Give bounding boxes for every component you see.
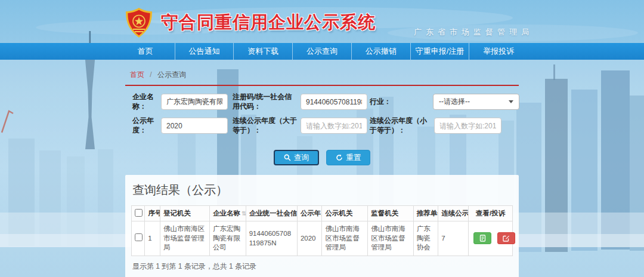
results-title: 查询结果（公示） [132, 182, 513, 198]
field-company-name: 企业名称： [132, 93, 228, 111]
breadcrumb-current: 公示查询 [157, 70, 186, 79]
col-publicity-org: 公示机关 [322, 206, 368, 221]
edit-icon [503, 235, 510, 242]
cell-seq: 1 [145, 221, 160, 256]
results-panel: 查询结果（公示） 序号 登记机关 [125, 175, 519, 277]
row-checkbox[interactable] [135, 233, 143, 241]
brand: 守合同重信用企业公示系统 [123, 7, 376, 39]
cell-credit-code: 91440605708119875N [246, 221, 297, 256]
publicity-year-label: 公示年度： [132, 116, 160, 135]
complaint-button[interactable] [497, 232, 515, 244]
col-publicity-year: 公示年度 [297, 206, 322, 221]
credit-code-input[interactable] [301, 94, 367, 110]
industry-label: 行业： [370, 97, 433, 107]
col-actions: 查看/投诉 [469, 206, 513, 221]
years-lte-label: 连续公示年度（小于等于）： [370, 116, 433, 135]
field-industry: 行业： --请选择-- [370, 94, 519, 110]
select-all-checkbox[interactable] [135, 209, 143, 217]
publicity-year-input[interactable] [161, 118, 228, 134]
company-name-input[interactable] [161, 94, 228, 110]
main-area: 首页 / 公示查询 企业名称： 注册码/统一社会信用代码： 行业： [0, 60, 644, 277]
col-credit-code: 企业统一社会信用代码 [246, 206, 297, 221]
refresh-icon [336, 154, 343, 161]
document-icon [479, 235, 486, 242]
nav-item-home[interactable]: 首页 [116, 43, 175, 60]
cell-company-name: 广东宏陶陶瓷有限公司 [209, 221, 246, 256]
years-lte-input[interactable] [434, 118, 501, 134]
industry-select-value: --请选择-- [439, 97, 470, 107]
site-header: 守合同重信用企业公示系统 广东省市场监督管理局 [0, 0, 644, 43]
nav-item-publicity-revoke[interactable]: 公示撤销 [351, 43, 410, 60]
col-registration-org: 登记机关 [160, 206, 209, 221]
cell-supervision-org: 佛山市南海区市场监督管理局 [368, 221, 414, 256]
col-consecutive-years: 连续公示年度 [438, 206, 469, 221]
field-credit-code: 注册码/统一社会信用代码： [233, 93, 367, 111]
header-checkbox-cell [132, 206, 145, 221]
form-row-2: 公示年度： 连续公示年度（大于等于）： 连续公示年度（小于等于）： [125, 116, 519, 135]
cell-actions [469, 221, 513, 256]
cell-recommender: 广东陶瓷协会 [413, 221, 438, 256]
table-row: 1 佛山市南海区市场监督管理局 广东宏陶陶瓷有限公司 9144060570811… [132, 221, 513, 256]
page: 守合同重信用企业公示系统 广东省市场监督管理局 首页 公告通知 资料下载 公示查… [0, 0, 644, 277]
col-company-name-label: 企业名称 [213, 210, 240, 217]
col-recommender: 推荐单位 [413, 206, 438, 221]
pagination-summary: 显示第 1 到第 1 条记录，总共 1 条记录 [131, 261, 513, 272]
cell-registration-org: 佛山市南海区市场监督管理局 [160, 221, 209, 256]
credit-code-label: 注册码/统一社会信用代码： [233, 93, 299, 111]
search-button[interactable]: 查询 [274, 150, 319, 165]
cell-publicity-year: 2020 [297, 221, 322, 256]
search-icon [284, 154, 291, 161]
breadcrumb-separator: / [150, 70, 151, 79]
nav-inner: 首页 公告通知 资料下载 公示查询 公示撤销 守重申报/注册 举报投诉 [116, 43, 528, 60]
cell-consecutive-years: 7 [438, 221, 469, 256]
gov-emblem-logo [123, 7, 155, 39]
nav-item-downloads[interactable]: 资料下载 [233, 43, 292, 60]
reset-button[interactable]: 重置 [326, 150, 370, 165]
chevron-down-icon [509, 100, 513, 103]
search-button-label: 查询 [294, 153, 309, 163]
cell-publicity-org: 佛山市南海区市场监督管理局 [322, 221, 368, 256]
breadcrumb-home-link[interactable]: 首页 [130, 70, 144, 79]
nav-item-publicity-query[interactable]: 公示查询 [292, 43, 351, 60]
col-company-name: 企业名称⇅ [209, 206, 246, 221]
table-header-row: 序号 登记机关 企业名称⇅ 企业统一社会信用代码 公示年度 公示机关 监督机关 … [132, 206, 513, 221]
site-title: 守合同重信用企业公示系统 [161, 11, 376, 35]
results-table: 序号 登记机关 企业名称⇅ 企业统一社会信用代码 公示年度 公示机关 监督机关 … [131, 205, 513, 256]
field-years-lte: 连续公示年度（小于等于）： [370, 116, 501, 135]
years-gte-input[interactable] [301, 118, 367, 134]
content-container: 首页 / 公示查询 企业名称： 注册码/统一社会信用代码： 行业： [116, 60, 528, 277]
view-button[interactable] [473, 232, 491, 244]
years-gte-label: 连续公示年度（大于等于）： [233, 116, 299, 135]
org-name: 广东省市场监督管理局 [414, 27, 533, 38]
industry-select[interactable]: --请选择-- [433, 94, 519, 110]
field-years-gte: 连续公示年度（大于等于）： [233, 116, 367, 135]
nav-item-declare-register[interactable]: 守重申报/注册 [410, 43, 469, 60]
form-buttons-row: 查询 重置 [125, 150, 519, 165]
col-seq: 序号 [145, 206, 160, 221]
col-supervision-org: 监督机关 [368, 206, 414, 221]
form-row-1: 企业名称： 注册码/统一社会信用代码： 行业： --请选择-- [125, 93, 519, 111]
breadcrumb: 首页 / 公示查询 [125, 60, 519, 86]
sort-icon[interactable]: ⇅ [242, 210, 246, 217]
search-form: 企业名称： 注册码/统一社会信用代码： 行业： --请选择-- [125, 93, 519, 165]
reset-button-label: 重置 [346, 153, 361, 163]
company-name-label: 企业名称： [132, 93, 160, 111]
main-nav: 首页 公告通知 资料下载 公示查询 公示撤销 守重申报/注册 举报投诉 [0, 43, 644, 60]
nav-item-report-complaint[interactable]: 举报投诉 [469, 43, 528, 60]
nav-item-announcements[interactable]: 公告通知 [175, 43, 234, 60]
field-publicity-year: 公示年度： [132, 116, 228, 135]
row-checkbox-cell [132, 221, 145, 256]
